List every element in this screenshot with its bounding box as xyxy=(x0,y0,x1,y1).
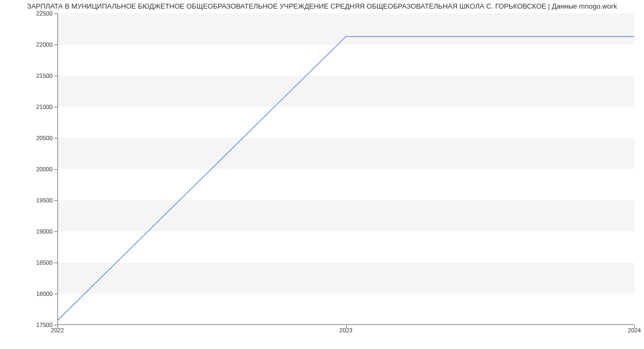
y-tick xyxy=(54,13,57,14)
y-tick xyxy=(54,107,57,107)
y-tick xyxy=(54,138,57,139)
y-axis-label: 18500 xyxy=(36,259,53,266)
y-axis-label: 20000 xyxy=(36,166,53,172)
y-tick xyxy=(54,231,57,232)
y-tick xyxy=(54,294,57,294)
y-axis-label: 19000 xyxy=(36,228,53,235)
plot-area xyxy=(57,13,634,325)
y-tick xyxy=(54,76,57,76)
y-axis-label: 20500 xyxy=(36,135,53,141)
y-axis-label: 18000 xyxy=(36,290,53,297)
y-axis-label: 22000 xyxy=(36,41,53,48)
y-axis-label: 22500 xyxy=(36,10,53,17)
y-axis-label: 21000 xyxy=(36,104,53,110)
chart-container: ЗАРПЛАТА В МУНИЦИПАЛЬНОЕ БЮДЖЕТНОЕ ОБЩЕО… xyxy=(0,0,644,349)
y-tick xyxy=(54,45,57,45)
x-axis-label: 2024 xyxy=(628,327,641,333)
chart-title: ЗАРПЛАТА В МУНИЦИПАЛЬНОЕ БЮДЖЕТНОЕ ОБЩЕО… xyxy=(0,0,644,11)
y-axis-label: 17500 xyxy=(36,322,53,328)
axis-border xyxy=(57,13,634,325)
y-axis-label: 21500 xyxy=(36,72,53,79)
y-axis-label: 19500 xyxy=(36,197,53,203)
y-tick xyxy=(54,169,57,170)
y-tick xyxy=(54,200,57,201)
y-tick xyxy=(54,263,57,263)
x-axis-label: 2023 xyxy=(339,327,352,333)
x-axis-label: 2022 xyxy=(51,327,64,333)
